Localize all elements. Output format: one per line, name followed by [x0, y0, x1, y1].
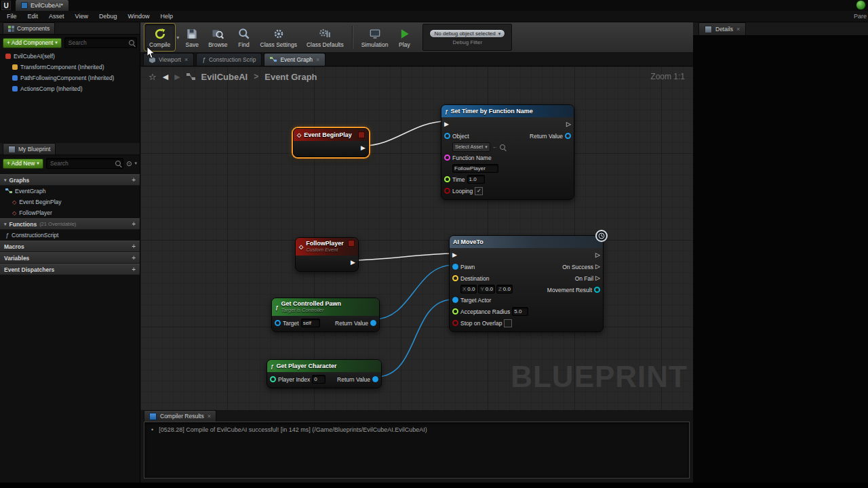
class-defaults-button[interactable]: Class Defaults [302, 24, 349, 51]
exec-in-pin[interactable]: ▶ [444, 121, 449, 127]
wire-getplayercharacter-to-targetactor[interactable] [376, 300, 453, 377]
on-success-exec-pin[interactable]: ▷ [595, 264, 600, 270]
add-function-button[interactable]: + [132, 220, 136, 228]
browse-button[interactable]: Browse [203, 24, 232, 51]
use-selected-icon[interactable]: ← [492, 144, 498, 150]
node-set-timer-by-function-name[interactable]: ƒ Set Timer by Function Name ▶ Object Se… [441, 104, 574, 200]
add-component-button[interactable]: + Add Component ▾ [3, 38, 62, 48]
tab-construction-script[interactable]: ƒ Construction Scrip [196, 53, 262, 66]
target-pin[interactable] [275, 320, 281, 326]
destination-y-field[interactable]: Y 0.0 [478, 285, 494, 293]
browse-asset-icon[interactable] [500, 144, 505, 150]
menu-edit[interactable]: Edit [28, 13, 39, 20]
add-variable-button[interactable]: + [132, 254, 136, 262]
return-value-pin[interactable] [370, 320, 376, 326]
menu-window[interactable]: Window [127, 13, 149, 20]
event-beginplay-row[interactable]: ◇ Event BeginPlay [0, 197, 140, 207]
find-button[interactable]: Find [233, 24, 256, 51]
component-row-transform[interactable]: TransformComponent (Inherited) [0, 62, 140, 73]
constructionscript-row[interactable]: ƒ ConstructionScript [0, 230, 140, 241]
node-get-controlled-pawn[interactable]: ƒ Get Controlled Pawn Target is Controll… [271, 298, 380, 332]
close-icon[interactable]: × [184, 57, 188, 63]
add-event-dispatcher-button[interactable]: + [132, 266, 136, 273]
components-search[interactable] [64, 37, 137, 48]
player-index-input[interactable] [312, 375, 326, 384]
menu-view[interactable]: View [75, 13, 88, 20]
time-input[interactable] [467, 175, 485, 184]
close-icon[interactable]: × [208, 413, 211, 420]
node-followplayer-event[interactable]: ◇ FollowPlayer Custom Event ▶ [295, 237, 359, 272]
acceptance-radius-input[interactable] [512, 307, 528, 316]
macros-section-header[interactable]: Macros + [0, 241, 140, 252]
looping-checkbox[interactable]: ✓ [475, 187, 483, 195]
add-new-button[interactable]: + Add New ▾ [3, 159, 43, 169]
close-icon[interactable]: × [316, 57, 319, 63]
simulation-button[interactable]: Simulation [357, 24, 393, 51]
looping-pin[interactable] [444, 188, 450, 194]
destination-z-field[interactable]: Z 0.0 [496, 285, 513, 293]
close-icon[interactable]: × [736, 26, 740, 33]
variables-section-header[interactable]: Variables + [0, 252, 140, 264]
pawn-pin[interactable] [452, 264, 458, 270]
details-tab[interactable]: Details × [698, 22, 746, 35]
save-button[interactable]: Save [180, 24, 203, 51]
followplayer-row[interactable]: ◇ FollowPlayer [0, 207, 140, 218]
menu-asset[interactable]: Asset [49, 13, 64, 20]
player-index-pin[interactable] [270, 376, 276, 382]
function-name-pin[interactable] [444, 155, 450, 161]
exec-out-pin[interactable]: ▶ [351, 260, 355, 266]
compiler-results-tab[interactable]: Compiler Results × [144, 410, 216, 422]
add-macro-button[interactable]: + [132, 243, 136, 250]
exec-out-pin[interactable]: ▷ [595, 252, 600, 258]
nav-back-icon[interactable]: ◀ [163, 73, 168, 81]
node-event-beginplay[interactable]: ◇ Event BeginPlay ▶ [293, 128, 369, 157]
component-row-pathfollowing[interactable]: PathFollowingComponent (Inherited) [0, 73, 140, 83]
debug-object-dropdown[interactable]: No debug object selected ▾ [429, 29, 505, 38]
components-search-input[interactable] [67, 39, 129, 47]
my-blueprint-search-input[interactable] [49, 159, 115, 167]
target-input[interactable] [301, 319, 320, 327]
event-dispatchers-section-header[interactable]: Event Dispatchers + [0, 264, 140, 275]
view-options-eye-icon[interactable]: ⊙ [126, 160, 132, 167]
menu-debug[interactable]: Debug [99, 13, 117, 20]
breadcrumb-leaf[interactable]: Event Graph [264, 72, 317, 82]
nav-forward-icon[interactable]: ▶ [174, 73, 180, 81]
components-tab[interactable]: Components [3, 22, 55, 34]
my-blueprint-tab[interactable]: My Blueprint [3, 143, 56, 155]
class-settings-button[interactable]: Class Settings [256, 24, 302, 51]
target-actor-pin[interactable] [452, 297, 458, 303]
add-graph-button[interactable]: + [132, 176, 136, 184]
breadcrumb-root[interactable]: EvilCubeAI [201, 72, 248, 82]
wire-beginplay-to-settimer[interactable] [363, 121, 446, 146]
functions-section-header[interactable]: ▾ Functions (21 Overridable) + [0, 218, 140, 230]
on-fail-exec-pin[interactable]: ▷ [595, 275, 600, 281]
favorite-star-icon[interactable]: ☆ [149, 72, 157, 82]
object-pin[interactable] [444, 133, 450, 139]
node-ai-moveto[interactable]: AI MoveTo ▶ Pawn Destination X 0.0 [449, 235, 604, 332]
event-graph-canvas[interactable]: ☆ ◀ ▶ EvilCubeAI > Event Graph Zoom 1:1 … [140, 66, 693, 411]
my-blueprint-search[interactable] [46, 158, 123, 169]
movement-result-pin[interactable] [594, 287, 600, 293]
destination-pin[interactable] [452, 275, 458, 281]
node-get-player-character[interactable]: ƒ Get Player Character Player Index Retu… [267, 359, 382, 388]
time-pin[interactable] [444, 176, 450, 182]
graphs-section-header[interactable]: ▾ Graphs + [0, 174, 140, 186]
return-value-pin[interactable] [372, 376, 378, 382]
play-button[interactable]: Play [393, 24, 416, 51]
chevron-down-icon[interactable]: ▾ [134, 161, 137, 166]
stop-on-overlap-checkbox[interactable] [504, 319, 512, 327]
tab-event-graph[interactable]: Event Graph × [264, 53, 326, 66]
eventgraph-row[interactable]: EventGraph [0, 186, 140, 197]
destination-x-field[interactable]: X 0.0 [460, 285, 477, 293]
select-asset-dropdown[interactable]: Select Asset ▾ [452, 142, 490, 152]
acceptance-radius-pin[interactable] [452, 308, 458, 314]
wire-followplayer-to-aimoveto[interactable] [351, 253, 454, 260]
component-row-self[interactable]: EvilCubeAI(self) [0, 51, 140, 62]
wire-getcontrolledpawn-to-pawn[interactable] [374, 265, 453, 319]
exec-out-pin[interactable]: ▶ [361, 145, 366, 151]
compile-options-caret[interactable]: ▾ [175, 35, 180, 41]
component-row-actionscomp[interactable]: ActionsComp (Inherited) [0, 83, 140, 94]
function-name-input[interactable] [452, 164, 498, 173]
stop-on-overlap-pin[interactable] [452, 320, 458, 326]
menu-file[interactable]: File [7, 13, 17, 20]
